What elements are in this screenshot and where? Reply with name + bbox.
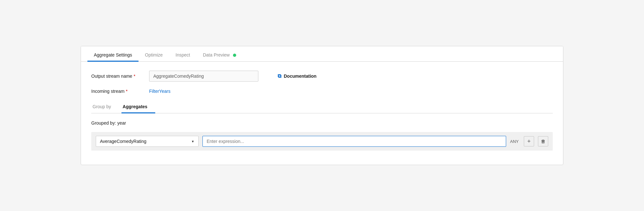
expression-input[interactable]: [202, 136, 506, 147]
app-container: Aggregate Settings Optimize Inspect Data…: [81, 46, 563, 165]
output-stream-row: Output stream name* ⧉ Documentation: [91, 71, 553, 82]
incoming-stream-label: Incoming stream*: [91, 89, 149, 94]
tab-aggregate-settings[interactable]: Aggregate Settings: [87, 48, 139, 62]
any-badge: ANY: [510, 139, 520, 144]
add-button[interactable]: +: [524, 136, 534, 146]
sub-tab-bar: Group by Aggregates: [91, 101, 553, 113]
top-tab-bar: Aggregate Settings Optimize Inspect Data…: [81, 46, 563, 62]
output-stream-label: Output stream name*: [91, 74, 149, 79]
sub-tab-aggregates[interactable]: Aggregates: [121, 101, 155, 113]
svg-rect-2: [544, 141, 544, 143]
aggregates-section: Grouped by: year AverageComedyRating ▼ A…: [91, 113, 553, 156]
documentation-link[interactable]: ⧉ Documentation: [278, 73, 317, 79]
incoming-stream-link[interactable]: FilterYears: [149, 89, 170, 94]
svg-rect-1: [543, 141, 543, 143]
tab-inspect[interactable]: Inspect: [169, 48, 196, 62]
required-star-output: *: [134, 74, 135, 79]
required-star-incoming: *: [126, 89, 127, 94]
data-preview-dot: [233, 54, 236, 57]
tab-optimize[interactable]: Optimize: [139, 48, 169, 62]
dropdown-arrow-icon: ▼: [191, 140, 194, 143]
grouped-by-label: Grouped by: year: [91, 120, 553, 126]
doc-external-icon: ⧉: [278, 73, 281, 79]
aggregate-row: AverageComedyRating ▼ ANY +: [91, 132, 553, 151]
incoming-stream-row: Incoming stream* FilterYears: [91, 89, 553, 94]
trash-icon: [541, 139, 546, 144]
tab-data-preview[interactable]: Data Preview: [196, 48, 242, 62]
column-dropdown[interactable]: AverageComedyRating ▼: [96, 136, 199, 147]
output-stream-input[interactable]: [149, 71, 258, 82]
column-dropdown-value: AverageComedyRating: [100, 139, 147, 144]
sub-tab-group-by[interactable]: Group by: [91, 101, 119, 113]
svg-rect-0: [542, 141, 543, 143]
delete-button[interactable]: [538, 136, 548, 146]
doc-label: Documentation: [284, 74, 317, 79]
content-area: Output stream name* ⧉ Documentation Inco…: [81, 62, 563, 165]
